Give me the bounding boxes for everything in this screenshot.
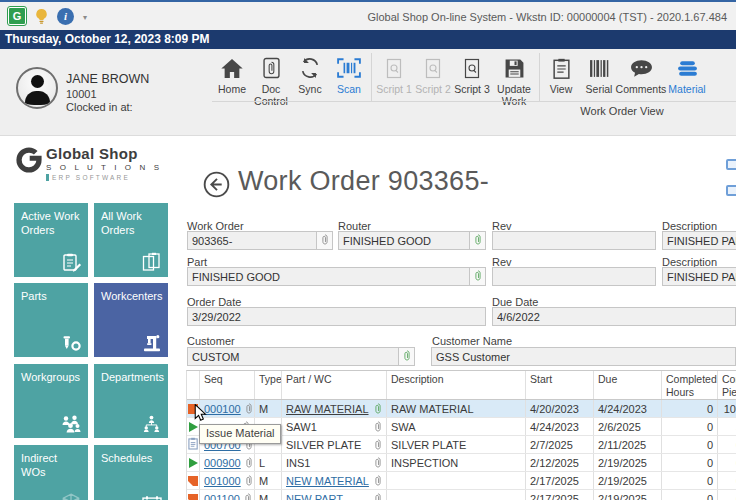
paperclip-icon[interactable]: [245, 456, 253, 469]
sidebar-tile-parts[interactable]: Parts: [14, 283, 88, 357]
description-value: SILVER PLATE: [391, 439, 466, 451]
table-row[interactable]: 001100 M NEW PART 2/17/2025 2/19/2025 0 …: [187, 490, 736, 500]
issue-material-partial-status-icon[interactable]: [188, 494, 198, 500]
work-order-input[interactable]: 903365-: [187, 231, 333, 250]
view-button[interactable]: View: [542, 55, 580, 95]
material-label: Material: [664, 83, 710, 95]
completed-pieces: 100: [724, 403, 736, 415]
paperclip-icon[interactable]: [374, 420, 382, 433]
clipped-icon[interactable]: [726, 185, 736, 196]
start-date: 2/17/2025: [530, 493, 579, 500]
part-value: FINISHED GOOD: [192, 271, 469, 283]
sync-button[interactable]: Sync: [290, 55, 330, 95]
mouse-cursor: [194, 404, 207, 427]
attachment-button[interactable]: [316, 232, 332, 249]
attachment-button[interactable]: [398, 348, 414, 365]
type-value: M: [259, 475, 268, 487]
due-date-input[interactable]: 4/6/2022: [492, 307, 736, 326]
comments-label: Comments: [613, 83, 669, 95]
paperclip-icon[interactable]: [245, 474, 253, 487]
sidebar-tile-all-work-orders[interactable]: All Work Orders: [94, 203, 168, 277]
attachment-button[interactable]: [469, 232, 485, 249]
org-chart-icon: [141, 414, 162, 433]
table-row[interactable]: 000100 M RAW MATERIAL RAW MATERIAL 4/20/…: [187, 400, 736, 418]
part-wc-link[interactable]: NEW MATERIAL: [286, 475, 369, 487]
company-logo: Global Shop S O L U T I O N S ERP SOFTWA…: [15, 146, 162, 181]
home-button[interactable]: Home: [212, 55, 252, 95]
type-value: L: [259, 457, 265, 469]
page-title: Work Order 903365-: [238, 166, 489, 197]
paperclip-icon[interactable]: [374, 402, 382, 415]
start-column-header[interactable]: Start: [526, 371, 594, 399]
router-input[interactable]: FINISHED GOOD: [338, 231, 486, 250]
sidebar-tile-indirect-wos[interactable]: Indirect WOs: [14, 445, 88, 500]
seq-link[interactable]: 001000: [204, 475, 241, 487]
home-label: Home: [212, 83, 252, 95]
seq-link[interactable]: 000900: [204, 457, 241, 469]
customer-value: CUSTOM: [192, 351, 398, 363]
rev2-input[interactable]: [492, 267, 656, 286]
script1-button[interactable]: Script 1: [374, 55, 414, 95]
customer-name-input[interactable]: GSS Customer: [431, 347, 736, 366]
due-column-header[interactable]: Due: [594, 371, 662, 399]
paperclip-icon[interactable]: [374, 438, 382, 451]
titlebar-dropdown-caret-icon[interactable]: ▾: [83, 13, 87, 22]
tile-label: Workcenters: [101, 290, 163, 302]
info-icon[interactable]: i: [57, 8, 74, 25]
doc-control-button[interactable]: Doc Control: [251, 55, 291, 107]
sidebar-tile-workgroups[interactable]: Workgroups: [14, 364, 88, 438]
description-value: SWA: [391, 421, 416, 433]
table-header-row: Seq Type Part / WC Description Start Due…: [187, 371, 736, 400]
sidebar-tile-schedules[interactable]: Schedules: [94, 445, 168, 500]
lightbulb-icon[interactable]: [35, 8, 48, 25]
customer-name-label: Customer Name: [432, 335, 512, 347]
script3-button[interactable]: Script 3: [452, 55, 492, 95]
description-input[interactable]: FINISHED PART: [662, 231, 736, 250]
sync-icon: [290, 55, 330, 81]
part-wc-column-header[interactable]: Part / WC: [282, 371, 387, 399]
seq-link[interactable]: 000100: [204, 403, 241, 415]
paperclip-icon[interactable]: [245, 402, 253, 415]
sidebar-tile-active-work-orders[interactable]: Active Work Orders: [14, 203, 88, 277]
description2-input[interactable]: FINISHED PART D: [662, 267, 736, 286]
description-column-header[interactable]: Description: [387, 371, 526, 399]
attachment-button[interactable]: [469, 268, 485, 285]
seq-column-header[interactable]: Seq: [200, 371, 255, 399]
start-sequence-status-icon[interactable]: [189, 458, 198, 468]
customer-input[interactable]: CUSTOM: [187, 347, 415, 366]
status-column-header: [187, 371, 200, 399]
part-input[interactable]: FINISHED GOOD: [187, 267, 486, 286]
sidebar-tile-workcenters[interactable]: Workcenters: [94, 283, 168, 357]
table-row[interactable]: 000900 L INS1 INSPECTION 2/12/2025 2/19/…: [187, 454, 736, 472]
type-column-header[interactable]: Type: [255, 371, 282, 399]
rev-input[interactable]: [492, 231, 656, 250]
completed-hours: 0: [707, 457, 713, 469]
part-wc-link[interactable]: RAW MATERIAL: [286, 403, 369, 415]
description2-value: FINISHED PART D: [667, 271, 736, 283]
comments-button[interactable]: Comments: [613, 55, 669, 95]
app-logo-icon[interactable]: G: [8, 7, 26, 25]
paperclip-icon[interactable]: [374, 456, 382, 469]
script2-button[interactable]: Script 2: [413, 55, 453, 95]
calendar-icon: [142, 495, 162, 500]
completed-hours-column-header[interactable]: Completed Hours: [662, 371, 718, 399]
clipboard-view-icon: [542, 55, 580, 81]
paperclip-icon[interactable]: [244, 492, 252, 500]
form-status-icon[interactable]: [188, 437, 199, 452]
seq-link[interactable]: 001100: [204, 493, 240, 500]
part-wc-link[interactable]: NEW PART: [286, 493, 343, 500]
update-work-button[interactable]: Update Work: [491, 55, 537, 107]
scan-button[interactable]: Scan: [329, 55, 369, 95]
order-date-input[interactable]: 3/29/2022: [187, 307, 486, 326]
scan-label: Scan: [329, 83, 369, 95]
paperclip-icon[interactable]: [374, 492, 382, 500]
paperclip-icon[interactable]: [374, 474, 382, 487]
sidebar-tile-departments[interactable]: Departments: [94, 364, 168, 438]
issue-material-partial-status-icon[interactable]: [188, 476, 198, 486]
avatar[interactable]: [16, 67, 58, 109]
clipped-icon[interactable]: [726, 159, 736, 170]
table-row[interactable]: 001000 M NEW MATERIAL 2/17/2025 2/19/202…: [187, 472, 736, 490]
material-button[interactable]: Material: [664, 55, 710, 95]
back-button[interactable]: [203, 171, 230, 202]
completed-pieces-column-header[interactable]: Completed Pieces: [718, 371, 736, 399]
